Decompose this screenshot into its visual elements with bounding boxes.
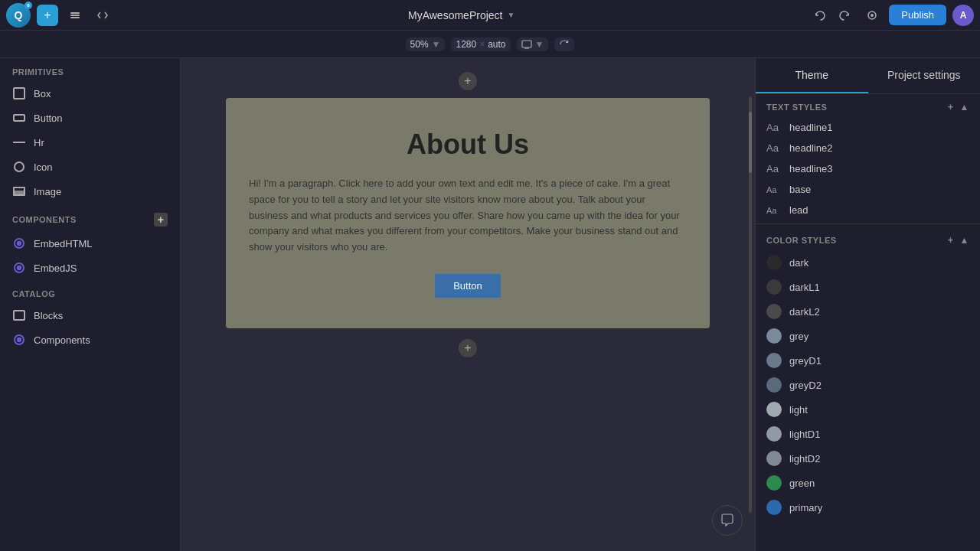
logo-badge: 8 bbox=[24, 2, 32, 9]
preview-button[interactable] bbox=[861, 5, 883, 26]
components-label: COMPONENTS bbox=[12, 215, 77, 224]
redo-button[interactable] bbox=[834, 5, 855, 26]
primitives-label: PRIMITIVES bbox=[12, 67, 64, 77]
device-control[interactable]: ▼ bbox=[517, 37, 549, 51]
embedhtml-icon bbox=[12, 236, 26, 250]
canvas-paragraph[interactable]: Hi! I'm a paragraph. Click here to add y… bbox=[249, 176, 687, 256]
text-style-headline2[interactable]: Aa headline2 bbox=[756, 138, 980, 158]
color-style-green[interactable]: green bbox=[756, 471, 980, 495]
canvas-heading[interactable]: About Us bbox=[249, 129, 687, 161]
section-divider bbox=[756, 223, 980, 224]
image-icon bbox=[12, 184, 26, 198]
icon-icon bbox=[12, 160, 26, 174]
blocks-label: Blocks bbox=[34, 310, 63, 321]
canvas-frame[interactable]: About Us Hi! I'm a paragraph. Click here… bbox=[226, 98, 710, 328]
blocks-icon bbox=[12, 308, 26, 322]
color-style-dark[interactable]: dark bbox=[756, 250, 980, 275]
project-name-text: MyAwesomeProject bbox=[408, 9, 502, 21]
color-style-greyd2[interactable]: greyD2 bbox=[756, 373, 980, 397]
canvas-button[interactable]: Button bbox=[435, 274, 501, 298]
svg-rect-2 bbox=[70, 17, 80, 18]
components-section-header: COMPONENTS + bbox=[0, 204, 180, 231]
add-text-style-button[interactable]: + bbox=[948, 102, 954, 112]
text-styles-label: TEXT STYLES bbox=[766, 103, 827, 112]
color-dot-lightd2 bbox=[766, 451, 782, 466]
color-style-greyd1[interactable]: greyD1 bbox=[756, 348, 980, 373]
publish-button[interactable]: Publish bbox=[889, 5, 946, 25]
color-dot-dark bbox=[766, 255, 782, 270]
canvas-scrollbar[interactable] bbox=[749, 96, 752, 513]
canvas-content: About Us Hi! I'm a paragraph. Click here… bbox=[226, 98, 710, 328]
color-style-darkl1[interactable]: darkL1 bbox=[756, 275, 980, 299]
sidebar-item-button[interactable]: Button bbox=[0, 106, 180, 130]
tab-theme[interactable]: Theme bbox=[756, 58, 868, 93]
add-color-style-button[interactable]: + bbox=[948, 235, 954, 246]
svg-point-4 bbox=[871, 14, 874, 17]
zoom-chevron: ▼ bbox=[432, 39, 441, 50]
canvas-area: + About Us Hi! I'm a paragraph. Click he… bbox=[181, 58, 755, 551]
catalog-label: CATALOG bbox=[12, 289, 55, 298]
project-name-chevron: ▼ bbox=[507, 11, 514, 19]
text-style-base[interactable]: Aa base bbox=[756, 179, 980, 200]
collapse-text-styles-button[interactable]: ▲ bbox=[960, 102, 969, 112]
code-button[interactable] bbox=[92, 5, 113, 26]
undo-button[interactable] bbox=[809, 5, 831, 26]
text-style-lead[interactable]: Aa lead bbox=[756, 200, 980, 220]
color-dot-darkl2 bbox=[766, 304, 782, 319]
color-dot-darkl1 bbox=[766, 279, 782, 295]
logo[interactable]: Q 8 bbox=[6, 3, 31, 28]
topbar-right: Publish A bbox=[809, 5, 974, 26]
logo-label: Q bbox=[15, 9, 23, 21]
text-style-headline1[interactable]: Aa headline1 bbox=[756, 117, 980, 138]
project-name[interactable]: MyAwesomeProject ▼ bbox=[119, 9, 803, 21]
sidebar-item-image[interactable]: Image bbox=[0, 179, 180, 204]
hr-label: Hr bbox=[34, 137, 44, 148]
sidebar-item-box[interactable]: Box bbox=[0, 81, 180, 106]
icon-label: Icon bbox=[34, 161, 53, 173]
sidebar-item-catalog-components[interactable]: Components bbox=[0, 328, 180, 352]
color-style-light[interactable]: light bbox=[756, 397, 980, 422]
color-styles-label: COLOR STYLES bbox=[766, 236, 837, 245]
color-dot-grey bbox=[766, 328, 782, 344]
color-style-primary[interactable]: primary bbox=[756, 495, 980, 520]
main-layout: PRIMITIVES Box Button Hr Icon Image COMP… bbox=[0, 58, 980, 551]
catalog-components-label: Components bbox=[34, 334, 90, 346]
color-dot-light bbox=[766, 402, 782, 417]
avatar[interactable]: A bbox=[952, 5, 974, 26]
add-section-bottom-button[interactable]: + bbox=[459, 339, 477, 357]
sidebar-item-icon[interactable]: Icon bbox=[0, 155, 180, 179]
collapse-color-styles-button[interactable]: ▲ bbox=[960, 235, 969, 246]
sidebar-item-hr[interactable]: Hr bbox=[0, 130, 180, 155]
color-dot-lightd1 bbox=[766, 426, 782, 442]
width-control[interactable]: 1280 × auto bbox=[451, 37, 510, 51]
color-dot-greyd1 bbox=[766, 353, 782, 368]
sidebar-item-blocks[interactable]: Blocks bbox=[0, 303, 180, 328]
refresh-control[interactable] bbox=[554, 37, 574, 51]
height-value: auto bbox=[488, 39, 505, 50]
box-icon bbox=[12, 86, 26, 100]
device-chevron: ▼ bbox=[535, 39, 544, 50]
color-style-darkl2[interactable]: darkL2 bbox=[756, 299, 980, 324]
image-label: Image bbox=[34, 186, 61, 197]
left-sidebar: PRIMITIVES Box Button Hr Icon Image COMP… bbox=[0, 58, 181, 551]
color-style-grey[interactable]: grey bbox=[756, 324, 980, 348]
sidebar-item-embedjs[interactable]: EmbedJS bbox=[0, 256, 180, 280]
svg-rect-5 bbox=[522, 41, 531, 47]
color-dot-greyd2 bbox=[766, 377, 782, 393]
box-label: Box bbox=[34, 88, 51, 99]
chat-button[interactable] bbox=[712, 505, 743, 536]
add-section-top-button[interactable]: + bbox=[459, 72, 477, 90]
color-style-lightd1[interactable]: lightD1 bbox=[756, 422, 980, 446]
tab-project-settings[interactable]: Project settings bbox=[868, 58, 981, 93]
add-button[interactable]: + bbox=[37, 5, 58, 26]
canvas-scrollbar-thumb bbox=[749, 112, 752, 173]
color-style-lightd2[interactable]: lightD2 bbox=[756, 446, 980, 471]
button-icon bbox=[12, 111, 26, 125]
sidebar-item-embedhtml[interactable]: EmbedHTML bbox=[0, 231, 180, 256]
layers-button[interactable] bbox=[64, 5, 86, 26]
zoom-control[interactable]: 50% ▼ bbox=[406, 37, 446, 51]
zoom-value: 50% bbox=[410, 39, 429, 50]
text-style-headline3[interactable]: Aa headline3 bbox=[756, 158, 980, 179]
primitives-section-header: PRIMITIVES bbox=[0, 58, 180, 81]
add-component-button[interactable]: + bbox=[154, 213, 168, 227]
